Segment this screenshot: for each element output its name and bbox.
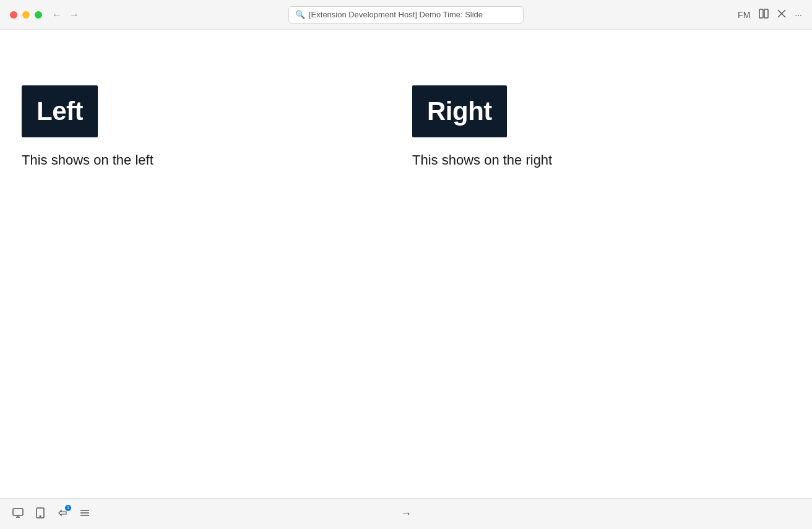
forward-button[interactable]: → (69, 9, 79, 20)
layout-icon[interactable] (759, 9, 769, 20)
search-text: [Extension Development Host] Demo Time: … (309, 10, 483, 19)
close-icon[interactable] (777, 9, 786, 20)
search-icon: 🔍 (295, 10, 305, 19)
desktop-icon[interactable] (12, 507, 24, 521)
minimize-button[interactable] (22, 11, 30, 19)
extensions-icon[interactable]: 1 (57, 507, 68, 521)
bottom-left-icons: 1 (12, 507, 90, 521)
bottombar: 1 → (0, 498, 812, 529)
left-description: This shows on the left (22, 152, 153, 168)
back-button[interactable]: ← (52, 9, 62, 20)
titlebar-right-actions: FM ··· (738, 9, 802, 20)
fm-icon[interactable]: FM (738, 10, 750, 20)
left-label-box: Left (22, 85, 98, 137)
address-bar[interactable]: 🔍 [Extension Development Host] Demo Time… (288, 6, 524, 24)
svg-rect-1 (764, 9, 768, 18)
right-label-box: Right (412, 85, 507, 137)
slide-content: Left This shows on the left Right This s… (22, 85, 790, 168)
next-arrow[interactable]: → (400, 507, 412, 520)
traffic-lights (10, 11, 42, 19)
main-content: Left This shows on the left Right This s… (0, 30, 812, 498)
maximize-button[interactable] (35, 11, 42, 19)
svg-rect-0 (759, 9, 763, 18)
right-description: This shows on the right (412, 152, 552, 168)
tablet-icon[interactable] (35, 507, 46, 521)
right-panel: Right This shows on the right (400, 85, 790, 168)
nav-buttons: ← → (52, 9, 79, 20)
svg-point-8 (40, 515, 41, 517)
extensions-badge: 1 (65, 505, 71, 511)
titlebar: ← → 🔍 [Extension Development Host] Demo … (0, 0, 812, 30)
left-panel: Left This shows on the left (22, 85, 400, 168)
svg-rect-4 (13, 509, 23, 515)
list-icon[interactable] (79, 507, 90, 521)
close-button[interactable] (10, 11, 17, 19)
more-icon[interactable]: ··· (795, 10, 802, 20)
